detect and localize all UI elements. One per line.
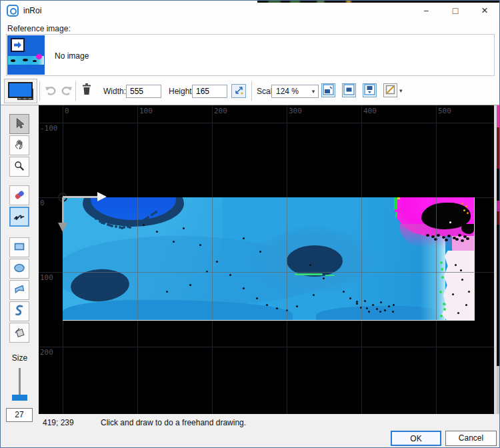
grid-line	[212, 197, 213, 320]
image-speckles	[440, 261, 443, 264]
x-axis-arrowhead-icon	[97, 192, 107, 201]
reference-thumbnail[interactable]	[7, 35, 45, 75]
image-speckles	[461, 203, 463, 205]
image-speckles	[143, 224, 145, 226]
color-swatch-button[interactable]	[4, 79, 37, 103]
resize-image-button[interactable]	[231, 84, 246, 98]
tool-rectangle-button[interactable]	[9, 237, 29, 257]
no-image-text: No image	[55, 51, 89, 61]
size-label: Size	[1, 353, 39, 363]
app-icon	[7, 5, 19, 17]
x-axis-arrow-icon	[63, 196, 97, 198]
eraser-icon	[13, 188, 26, 203]
image-detail	[295, 273, 323, 275]
chevron-down-icon: ▾	[309, 88, 318, 95]
magnifier-icon	[13, 160, 25, 174]
fit-width-icon	[364, 84, 375, 97]
image-detail	[397, 197, 400, 199]
width-label: Width:	[103, 87, 126, 96]
y-axis-arrow-icon	[62, 197, 64, 223]
no-color-dropdown-arrow[interactable]: ▾	[399, 87, 403, 94]
tool-freehand-button[interactable]	[9, 207, 29, 227]
sliver-segment	[497, 105, 500, 127]
actual-size-button[interactable]	[342, 83, 356, 97]
tool-polygon-button[interactable]	[9, 280, 29, 300]
fit-to-window-button[interactable]	[321, 83, 335, 97]
width-input[interactable]	[126, 85, 161, 98]
image-detail	[449, 221, 451, 223]
sliver-segment	[497, 169, 500, 201]
tool-pan-button[interactable]	[9, 135, 29, 155]
cursor-arrow-icon	[13, 117, 25, 131]
tool-fill-button[interactable]	[9, 323, 29, 343]
sliver-segment	[497, 211, 500, 225]
minimize-button[interactable]: −	[411, 1, 441, 21]
cancel-button[interactable]: Cancel	[445, 431, 497, 446]
ruler-tick-label: 0	[65, 107, 69, 115]
arrow-right-icon	[11, 38, 25, 52]
height-input[interactable]	[192, 85, 227, 98]
ok-button[interactable]: OK	[391, 431, 441, 446]
tool-lasso-button[interactable]	[9, 301, 29, 321]
roi-image-preview[interactable]	[63, 197, 474, 320]
sliver-segment	[497, 127, 500, 169]
toolbar: Width: Height: Scale: 124 % ▾	[1, 77, 500, 105]
sliver-segment	[497, 366, 500, 414]
ruler-tick-label: 400	[363, 107, 377, 115]
tool-eraser-button[interactable]	[9, 185, 29, 205]
grid-line	[361, 197, 362, 320]
grid-line	[287, 197, 287, 320]
delete-button[interactable]	[79, 83, 94, 97]
titlebar[interactable]: inRoi − □ ×	[1, 1, 499, 21]
background-window-sliver	[497, 105, 500, 414]
image-speckles	[349, 297, 351, 299]
fit-width-button[interactable]	[363, 83, 377, 97]
size-slider-thumb[interactable]	[12, 395, 27, 401]
undo-button[interactable]	[43, 83, 58, 98]
grid-line	[63, 272, 474, 273]
tools-panel: Size 27	[1, 105, 39, 427]
ruler-tick-label: 200	[40, 348, 53, 357]
sliver-segment	[497, 201, 500, 211]
status-hint: Click and draw to do a freehand drawing.	[101, 418, 246, 427]
tool-zoom-button[interactable]	[9, 157, 29, 177]
no-color-icon	[385, 85, 395, 97]
y-axis-arrowhead-icon	[58, 223, 67, 232]
inroi-dialog: inRoi − □ × Reference image: No image	[0, 0, 500, 448]
ruler-tick-label: 200	[214, 107, 227, 115]
grid-line	[436, 197, 437, 320]
fit-to-window-icon	[323, 84, 334, 97]
sliver-segment	[497, 225, 500, 366]
trash-icon	[81, 83, 93, 98]
reference-image-label: Reference image:	[7, 24, 71, 33]
scale-value: 124 %	[272, 87, 309, 96]
tool-select-button[interactable]	[9, 114, 29, 134]
drawing-canvas[interactable]: 0 100 200 300 400 500 -100 0 100 200	[39, 105, 494, 414]
height-label: Height:	[169, 87, 194, 96]
image-speckles	[455, 264, 457, 266]
ruler-tick-label: 500	[438, 107, 451, 115]
hand-icon	[13, 139, 25, 153]
cursor-coordinates: 419; 239	[43, 418, 74, 427]
size-slider-track[interactable]	[19, 368, 21, 397]
no-color-button[interactable]	[383, 83, 397, 97]
reference-image-panel[interactable]: No image	[6, 34, 495, 76]
scale-dropdown[interactable]: 124 % ▾	[271, 85, 319, 98]
maximize-button[interactable]: □	[441, 1, 470, 21]
tool-ellipse-button[interactable]	[9, 259, 29, 279]
resize-image-icon	[234, 85, 244, 97]
ruler-tick-label: 0	[40, 199, 45, 207]
ruler-tick-label: 100	[139, 107, 153, 115]
close-button[interactable]: ×	[470, 1, 499, 21]
size-value: 27	[6, 408, 33, 422]
polygon-icon	[13, 283, 26, 297]
freehand-scribble-icon	[13, 210, 26, 224]
ruler-tick-label: 300	[289, 107, 302, 115]
redo-button[interactable]	[59, 83, 74, 98]
actual-size-icon	[343, 84, 355, 97]
undo-icon	[44, 84, 57, 98]
image-speckles	[91, 213, 93, 216]
image-region	[63, 300, 293, 320]
image-speckles	[426, 234, 429, 237]
image-detail	[325, 275, 335, 276]
